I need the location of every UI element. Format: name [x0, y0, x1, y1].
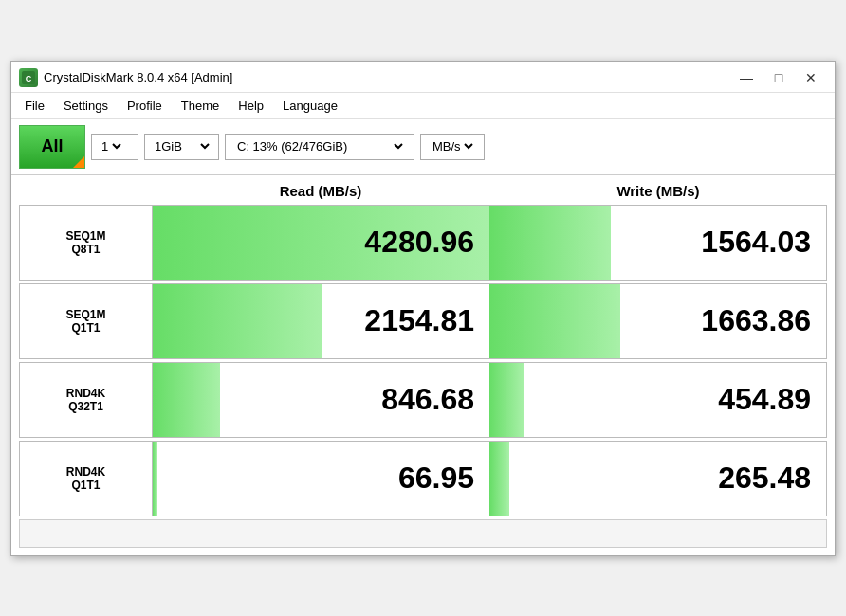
row-label-seq1m-q8t1: SEQ1M Q8T1 [20, 206, 153, 280]
title-bar: C CrystalDiskMark 8.0.4 x64 [Admin] — □ … [11, 62, 835, 93]
menu-profile[interactable]: Profile [118, 95, 172, 117]
window-title: CrystalDiskMark 8.0.4 x64 [Admin] [44, 70, 232, 84]
table-row: SEQ1M Q8T1 4280.96 1564.03 [19, 205, 827, 281]
menu-help[interactable]: Help [229, 95, 273, 117]
header-empty [19, 179, 152, 203]
footer-bar [19, 519, 827, 548]
read-value-seq1m-q8t1: 4280.96 [364, 225, 474, 260]
read-bar-seq1m-q1t1 [153, 284, 322, 358]
drive-dropdown[interactable]: C: 13% (62/476GiB) [233, 138, 406, 154]
menu-bar: File Settings Profile Theme Help Languag… [11, 93, 835, 119]
title-bar-left: C CrystalDiskMark 8.0.4 x64 [Admin] [19, 68, 232, 87]
close-button[interactable]: ✕ [797, 67, 825, 88]
results-area: Read (MB/s) Write (MB/s) SEQ1M Q8T1 4280… [11, 175, 835, 555]
menu-theme[interactable]: Theme [172, 95, 229, 117]
app-icon: C [19, 68, 38, 87]
write-bar-rnd4k-q1t1 [489, 442, 509, 516]
read-cell-rnd4k-q32t1: 846.68 [153, 363, 489, 437]
row-label-rnd4k-q1t1: RND4K Q1T1 [20, 442, 153, 516]
header-read: Read (MB/s) [152, 179, 489, 203]
maximize-button[interactable]: □ [764, 67, 793, 88]
write-value-rnd4k-q32t1: 454.89 [718, 382, 811, 417]
toolbar: All 1 3 5 1GiB 512MiB 256MiB C: 13% (62/… [11, 119, 835, 175]
minimize-button[interactable]: — [732, 67, 761, 88]
write-value-seq1m-q1t1: 1663.86 [701, 303, 811, 338]
header-write: Write (MB/s) [489, 179, 827, 203]
menu-settings[interactable]: Settings [54, 95, 118, 117]
read-cell-seq1m-q1t1: 2154.81 [153, 284, 489, 358]
table-row: RND4K Q32T1 846.68 454.89 [19, 362, 827, 438]
write-bar-seq1m-q8t1 [489, 206, 611, 280]
all-button[interactable]: All [19, 125, 85, 169]
write-cell-seq1m-q8t1: 1564.03 [489, 206, 826, 280]
write-value-rnd4k-q1t1: 265.48 [718, 461, 811, 496]
menu-language[interactable]: Language [273, 95, 347, 117]
read-bar-rnd4k-q32t1 [153, 363, 220, 437]
menu-file[interactable]: File [15, 95, 54, 117]
write-cell-seq1m-q1t1: 1663.86 [489, 284, 826, 358]
read-bar-rnd4k-q1t1 [153, 442, 157, 516]
table-row: SEQ1M Q1T1 2154.81 1663.86 [19, 283, 827, 359]
drive-select[interactable]: C: 13% (62/476GiB) [225, 134, 414, 160]
data-size-select[interactable]: 1GiB 512MiB 256MiB [144, 134, 219, 160]
unit-dropdown[interactable]: MB/s GB/s [429, 138, 476, 154]
write-value-seq1m-q8t1: 1564.03 [701, 225, 811, 260]
unit-select[interactable]: MB/s GB/s [420, 134, 485, 160]
read-cell-rnd4k-q1t1: 66.95 [153, 442, 489, 516]
row-label-seq1m-q1t1: SEQ1M Q1T1 [20, 284, 153, 358]
write-bar-seq1m-q1t1 [489, 284, 620, 358]
row-label-rnd4k-q32t1: RND4K Q32T1 [20, 363, 153, 437]
main-window: C CrystalDiskMark 8.0.4 x64 [Admin] — □ … [10, 61, 836, 556]
window-controls: — □ ✕ [732, 67, 825, 88]
read-value-seq1m-q1t1: 2154.81 [364, 303, 474, 338]
write-cell-rnd4k-q32t1: 454.89 [489, 363, 826, 437]
loop-count-dropdown[interactable]: 1 3 5 [98, 138, 124, 154]
write-bar-rnd4k-q32t1 [489, 363, 524, 437]
read-value-rnd4k-q1t1: 66.95 [398, 461, 474, 496]
data-size-dropdown[interactable]: 1GiB 512MiB 256MiB [151, 138, 212, 154]
table-row: RND4K Q1T1 66.95 265.48 [19, 441, 827, 516]
loop-count-select[interactable]: 1 3 5 [91, 134, 138, 160]
write-cell-rnd4k-q1t1: 265.48 [489, 442, 826, 516]
results-header: Read (MB/s) Write (MB/s) [19, 179, 827, 203]
read-cell-seq1m-q8t1: 4280.96 [153, 206, 489, 280]
svg-text:C: C [26, 74, 32, 83]
read-value-rnd4k-q32t1: 846.68 [381, 382, 474, 417]
